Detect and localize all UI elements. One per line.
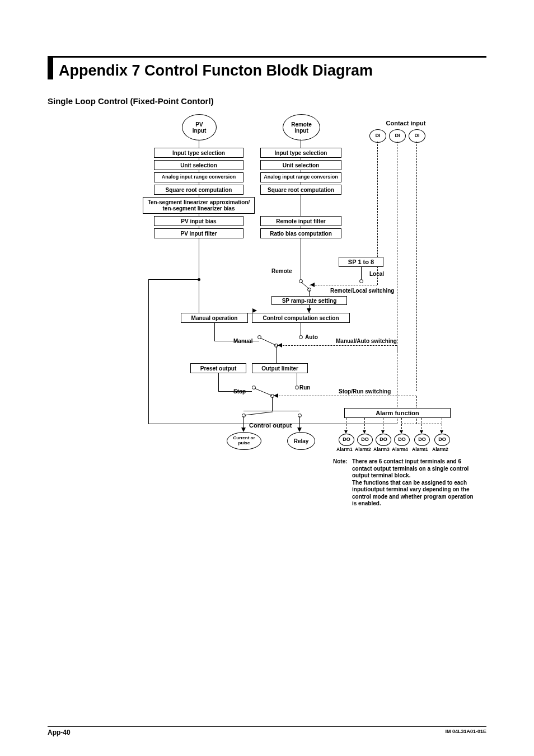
dashed-line <box>273 396 416 396</box>
dashed-line <box>401 424 442 424</box>
remote-block-0: Input type selection <box>260 148 341 158</box>
footer-page-number: App-40 <box>48 729 71 736</box>
switch-node <box>299 335 303 339</box>
dashed-line <box>310 285 377 285</box>
switch-node <box>295 386 299 389</box>
svg-line-0 <box>301 282 310 289</box>
current-pulse-oval: Current or pulse <box>227 432 261 450</box>
remote-block-2: Analog input range conversion <box>260 172 341 182</box>
remote-block-4: Remote input filter <box>260 216 341 226</box>
page-title: Appendix 7 Control Functon Blodk Diagram <box>59 62 486 79</box>
alarm-label-3: Alarm3 <box>373 447 390 452</box>
arrow-down-icon <box>307 308 311 313</box>
svg-line-3 <box>245 412 273 415</box>
alarm-label-6: Alarm2 <box>432 447 448 452</box>
dashed-line <box>277 345 397 346</box>
title-block: Appendix 7 Control Functon Blodk Diagram <box>48 56 486 79</box>
pv-block-6: PV input filter <box>154 228 243 238</box>
line <box>272 397 273 411</box>
line <box>218 373 219 391</box>
stop-label: Stop <box>233 388 246 395</box>
page-subtitle: Single Loop Control (Fixed-Point Contorl… <box>48 96 486 106</box>
do-oval-1: DO <box>339 434 354 446</box>
svg-line-2 <box>255 388 272 396</box>
pv-input-label: PV input <box>193 121 206 134</box>
line <box>276 346 277 363</box>
line <box>301 238 301 279</box>
pv-block-5: PV input bias <box>154 216 243 226</box>
alarm-function-block: Alarm function <box>344 408 451 418</box>
arrow-left-icon <box>310 283 315 287</box>
output-limiter-block: Output limiter <box>252 363 308 373</box>
alarm-label-2: Alarm2 <box>355 447 371 452</box>
do-oval-6: DO <box>434 434 450 446</box>
junction-dot <box>198 278 200 281</box>
manual-op-block: Manual operation <box>181 313 248 323</box>
auto-label: Auto <box>305 334 318 340</box>
sp-block: SP 1 to 8 <box>339 257 383 267</box>
page-footer: App-40 IM 04L31A01-01E <box>48 726 486 736</box>
relay-oval: Relay <box>287 432 315 450</box>
note-block: Note: There are 6 contact input terminal… <box>333 458 479 508</box>
remote-block-3: Square root computation <box>260 185 341 195</box>
contact-input-label: Contact input <box>367 120 445 126</box>
preset-output-block: Preset output <box>190 363 246 373</box>
pv-block-0: Input type selection <box>154 148 243 158</box>
pv-block-3: Square root computation <box>154 185 243 195</box>
remote-block-5: Ratio bias computation <box>260 228 341 238</box>
arrow-left-icon <box>278 343 282 348</box>
do-oval-3: DO <box>376 434 391 446</box>
line <box>301 195 301 216</box>
do-oval-2: DO <box>357 434 373 446</box>
pv-input-oval: PV input <box>182 114 217 140</box>
control-output-label: Control output <box>249 422 292 429</box>
run-label: Run <box>299 384 310 391</box>
arrow-icon <box>252 308 257 313</box>
remote-sw-label: Remote <box>271 268 292 274</box>
note-prefix: Note: <box>333 458 352 508</box>
switch-arm <box>242 411 275 417</box>
rl-switch-label: Remote/Local switching <box>330 288 394 294</box>
switch-arm <box>252 386 274 397</box>
pv-block-1: Unit selection <box>154 160 243 170</box>
di-oval-2: DI <box>389 129 406 143</box>
line <box>309 290 310 296</box>
switch-arm <box>257 335 280 346</box>
footer-doc-id: IM 04L31A01-01E <box>445 729 486 736</box>
line <box>148 279 199 280</box>
arrow-down-icon <box>241 428 246 432</box>
pv-block-2: Analog input range conversion <box>154 172 243 182</box>
line <box>297 373 297 386</box>
dashed-line <box>397 419 397 424</box>
line <box>148 279 149 424</box>
note-body: There are 6 contact input terminals and … <box>352 458 479 508</box>
do-oval-4: DO <box>394 434 410 446</box>
svg-line-1 <box>260 338 276 345</box>
di-oval-3: DI <box>409 129 425 143</box>
alarm-label-5: Alarm1 <box>412 447 428 452</box>
sp-ramp-block: SP ramp-rate setting <box>271 296 347 305</box>
sr-switch-label: Stop/Run switching <box>339 388 391 395</box>
ma-switch-label: Manual/Auto switching <box>336 338 397 344</box>
alarm-label-1: Alarm1 <box>336 447 353 452</box>
line <box>214 323 215 341</box>
pv-block-4: Ten-segment linearizer approximation/ te… <box>143 197 255 214</box>
dashed-line <box>397 142 397 352</box>
line <box>301 139 301 148</box>
line <box>301 323 301 335</box>
di-oval-1: DI <box>369 129 386 143</box>
arrow-down-icon <box>297 428 302 432</box>
remote-input-label: Remote input <box>291 121 312 134</box>
line <box>148 424 397 424</box>
dashed-line <box>416 142 417 391</box>
manual-label: Manual <box>233 338 252 344</box>
arrow-left-icon <box>274 393 278 398</box>
alarm-label-4: Alarm4 <box>392 447 408 452</box>
local-sw-label: Local <box>369 271 384 277</box>
remote-input-oval: Remote input <box>283 114 320 140</box>
block-diagram: PV input Remote input Contact input DI D… <box>76 111 479 537</box>
line <box>199 238 199 313</box>
dashed-line <box>416 419 417 424</box>
do-oval-5: DO <box>414 434 430 446</box>
switch-node <box>359 279 363 283</box>
